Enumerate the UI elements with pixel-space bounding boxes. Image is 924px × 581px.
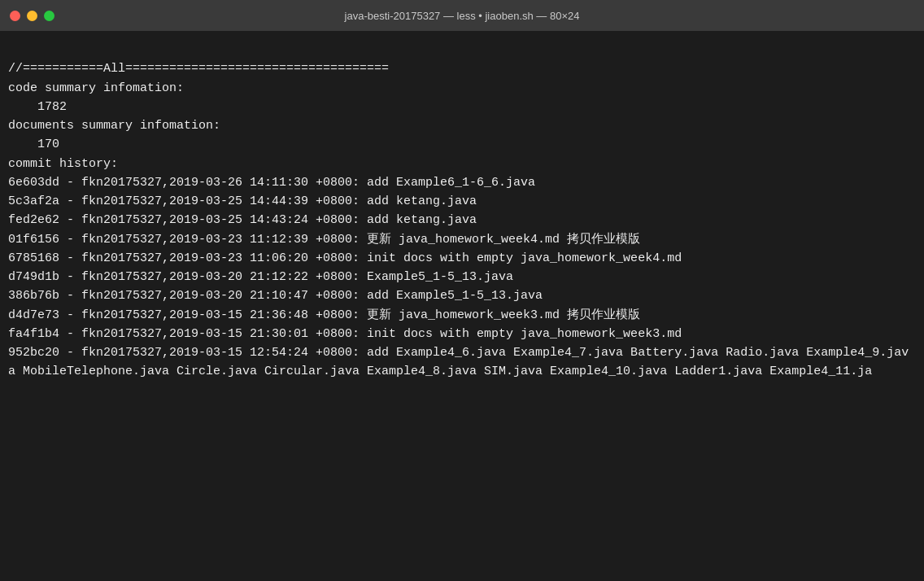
terminal-window: java-besti-20175327 — less • jiaoben.sh … bbox=[0, 0, 924, 581]
close-button[interactable] bbox=[10, 11, 20, 21]
window-title: java-besti-20175327 — less • jiaoben.sh … bbox=[345, 10, 580, 22]
titlebar: java-besti-20175327 — less • jiaoben.sh … bbox=[0, 0, 924, 31]
maximize-button[interactable] bbox=[44, 11, 54, 21]
terminal-output[interactable]: //===========All========================… bbox=[0, 31, 924, 581]
minimize-button[interactable] bbox=[27, 11, 37, 21]
traffic-lights bbox=[10, 11, 54, 21]
